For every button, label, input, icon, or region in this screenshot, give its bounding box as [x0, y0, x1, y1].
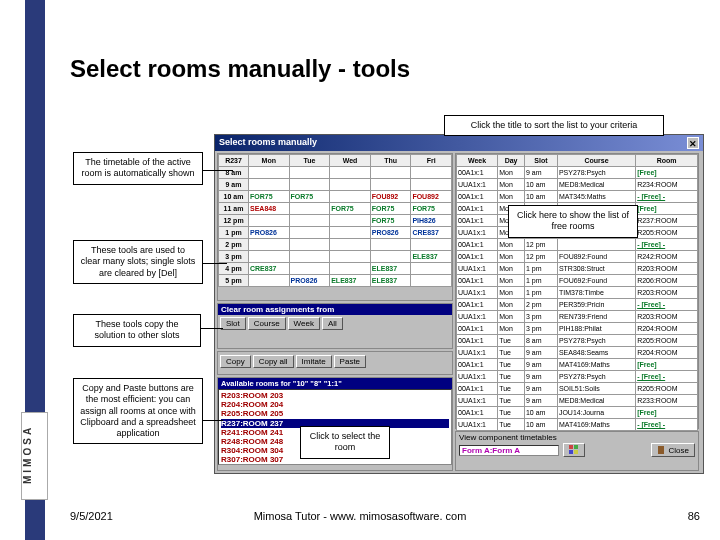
timetable-cell[interactable]: ELE837: [330, 275, 371, 287]
timetable-cell[interactable]: [330, 227, 371, 239]
timetable-cell[interactable]: [330, 263, 371, 275]
clear-course-button[interactable]: Course: [248, 317, 286, 330]
listing-header[interactable]: Day: [498, 155, 525, 167]
listing-header[interactable]: Course: [557, 155, 635, 167]
listing-row[interactable]: 00A1x:1Mon12 pmFOU892:FoundR242:ROOM: [457, 251, 698, 263]
timetable-day-header[interactable]: Fri: [411, 155, 452, 167]
timetable-cell[interactable]: [249, 275, 290, 287]
tools-button-row: CopyCopy allImitatePaste: [220, 355, 366, 368]
view-button[interactable]: [563, 443, 585, 457]
timetable-cell[interactable]: [370, 239, 411, 251]
timetable-day-header[interactable]: Mon: [249, 155, 290, 167]
listing-row[interactable]: 00A1x:1Tue8 amPSY278:PsychR205:ROOM: [457, 335, 698, 347]
listing-row[interactable]: UUA1x:1Mon10 amMED8:MedicalR234:ROOM: [457, 179, 698, 191]
listing-row[interactable]: UUA1x:1Mon1 pmSTR308:StructR203:ROOM: [457, 263, 698, 275]
timetable-day-header[interactable]: Tue: [289, 155, 330, 167]
timetable-cell[interactable]: [411, 263, 452, 275]
timetable-cell[interactable]: [411, 275, 452, 287]
close-icon[interactable]: ✕: [687, 137, 699, 149]
timetable-cell[interactable]: FOR75: [370, 203, 411, 215]
listing-grid[interactable]: WeekDaySlotCourseRoom00A1x:1Mon9 amPSY27…: [456, 154, 698, 431]
timetable-cell[interactable]: [330, 167, 371, 179]
timetable-cell[interactable]: [330, 191, 371, 203]
timetable-cell[interactable]: SEA848: [249, 203, 290, 215]
listing-row[interactable]: 00A1x:1Mon1 pmFOU692:FoundR206:ROOM: [457, 275, 698, 287]
listing-row[interactable]: 00A1x:1Mon10 amMAT345:Maths- [Free] -: [457, 191, 698, 203]
timetable-grid[interactable]: R237MonTueWedThuFri8 am9 am10 amFOR75FOR…: [218, 154, 452, 287]
timetable-cell[interactable]: FOR75: [330, 203, 371, 215]
timetable-cell[interactable]: [330, 179, 371, 191]
listing-row[interactable]: 00A1x:1Tue9 amSOIL51:SoilsR205:ROOM: [457, 383, 698, 395]
timetable-cell[interactable]: [249, 215, 290, 227]
clear-all-button[interactable]: All: [322, 317, 343, 330]
listing-row[interactable]: UUA1x:1Tue9 amPSY278:Psych- [Free] -: [457, 371, 698, 383]
timetable-cell[interactable]: [249, 179, 290, 191]
listing-row[interactable]: 00A1x:1Tue10 amJOU14:Journa[Free]: [457, 407, 698, 419]
clear-week-button[interactable]: Week: [288, 317, 320, 330]
timetable-cell[interactable]: [330, 239, 371, 251]
timetable-cell[interactable]: [249, 251, 290, 263]
timetable-cell[interactable]: [249, 167, 290, 179]
timetable-cell[interactable]: [370, 251, 411, 263]
timetable-cell[interactable]: CRE837: [249, 263, 290, 275]
timetable-cell[interactable]: ELE837: [411, 251, 452, 263]
timetable-cell[interactable]: [289, 251, 330, 263]
timetable-cell[interactable]: FOR75: [411, 203, 452, 215]
timetable-cell[interactable]: [289, 179, 330, 191]
listing-row[interactable]: 00A1x:1Mon12 pm- [Free] -: [457, 239, 698, 251]
listing-header[interactable]: Week: [457, 155, 498, 167]
timetable-cell[interactable]: [330, 215, 371, 227]
component-dropdown[interactable]: Form A:Form A: [459, 445, 559, 456]
listing-row[interactable]: UUA1x:1Mon3 pmREN739:FriendR203:ROOM: [457, 311, 698, 323]
timetable-cell[interactable]: [249, 239, 290, 251]
timetable-cell[interactable]: [370, 179, 411, 191]
close-button[interactable]: Close: [651, 443, 695, 457]
timetable-cell[interactable]: FOU892: [370, 191, 411, 203]
timetable-cell[interactable]: [289, 239, 330, 251]
clear-slot-button[interactable]: Slot: [220, 317, 246, 330]
timetable-cell[interactable]: PRO826: [289, 275, 330, 287]
timetable-cell[interactable]: PRO826: [370, 227, 411, 239]
room-list-item[interactable]: R205:ROOM 205: [221, 409, 449, 418]
timetable-day-header[interactable]: Thu: [370, 155, 411, 167]
timetable-cell[interactable]: [289, 227, 330, 239]
listing-row[interactable]: 00A1x:1Mon2 pmPER359:Pricin- [Free] -: [457, 299, 698, 311]
listing-row[interactable]: UUA1x:1Tue9 amSEA848:SeamsR204:ROOM: [457, 347, 698, 359]
timetable-cell[interactable]: [411, 167, 452, 179]
listing-header[interactable]: Room: [636, 155, 698, 167]
listing-row[interactable]: UUA1x:1Tue9 amMED8:MedicalR233:ROOM: [457, 395, 698, 407]
listing-row[interactable]: UUA1x:1Mon1 pmTIM378:TimbeR203:ROOM: [457, 287, 698, 299]
timetable-cell[interactable]: [289, 167, 330, 179]
room-list-item[interactable]: R204:ROOM 204: [221, 400, 449, 409]
timetable-cell[interactable]: FOU892: [411, 191, 452, 203]
timetable-cell[interactable]: [289, 263, 330, 275]
room-list-item[interactable]: R320:ROOM 320: [221, 465, 449, 466]
listing-cell: [557, 239, 635, 251]
timetable-cell[interactable]: PRO826: [249, 227, 290, 239]
timetable-cell[interactable]: [289, 215, 330, 227]
timetable-cell[interactable]: [411, 179, 452, 191]
timetable-cell[interactable]: ELE837: [370, 275, 411, 287]
timetable-cell[interactable]: PIH826: [411, 215, 452, 227]
timetable-cell[interactable]: FOR75: [289, 191, 330, 203]
room-list-item[interactable]: R203:ROOM 203: [221, 391, 449, 400]
tool-copy-all-button[interactable]: Copy all: [253, 355, 294, 368]
listing-row[interactable]: 00A1x:1Mon3 pmPIH188:PhilatR204:ROOM: [457, 323, 698, 335]
timetable-cell[interactable]: [330, 251, 371, 263]
timetable-cell[interactable]: ELE837: [370, 263, 411, 275]
timetable-cell[interactable]: [370, 167, 411, 179]
timetable-cell[interactable]: [411, 239, 452, 251]
listing-row[interactable]: 00A1x:1Mon9 amPSY278:Psych[Free]: [457, 167, 698, 179]
timetable-cell[interactable]: CRE837: [411, 227, 452, 239]
timetable-day-header[interactable]: Wed: [330, 155, 371, 167]
listing-row[interactable]: 00A1x:1Tue9 amMAT4169:Maths[Free]: [457, 359, 698, 371]
tool-paste-button[interactable]: Paste: [334, 355, 366, 368]
listing-row[interactable]: UUA1x:1Tue10 amMAT4169:Maths- [Free] -: [457, 419, 698, 431]
tool-copy-button[interactable]: Copy: [220, 355, 251, 368]
timetable-cell[interactable]: [289, 203, 330, 215]
tool-imitate-button[interactable]: Imitate: [296, 355, 332, 368]
listing-cell: PSY278:Psych: [557, 371, 635, 383]
timetable-cell[interactable]: FOR75: [249, 191, 290, 203]
listing-header[interactable]: Slot: [524, 155, 557, 167]
timetable-cell[interactable]: FOR75: [370, 215, 411, 227]
